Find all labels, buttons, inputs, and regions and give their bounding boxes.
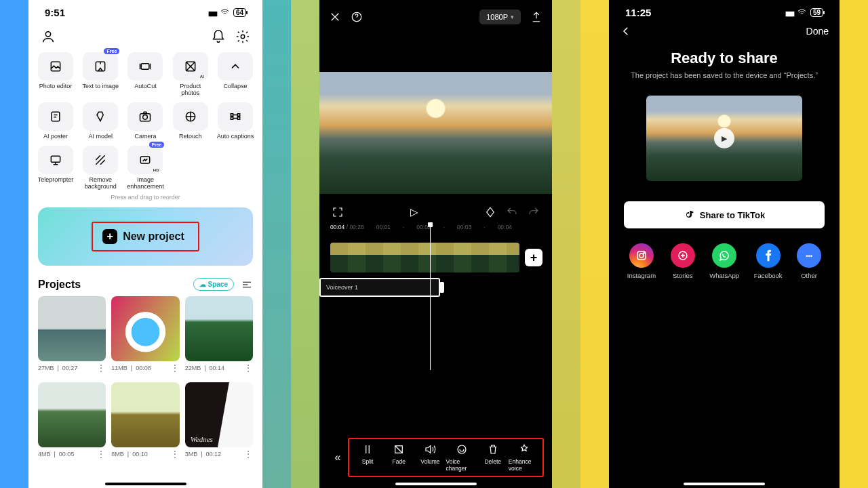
tool-photo-editor[interactable]: Photo editor: [35, 52, 76, 97]
share-tiktok-button[interactable]: Share to TikTok: [624, 201, 825, 228]
svg-point-8: [143, 115, 148, 119]
cell-signal-icon: [208, 8, 216, 18]
share-whatsapp[interactable]: WhatsApp: [709, 243, 739, 279]
svg-point-16: [639, 253, 644, 258]
play-icon[interactable]: ▶: [714, 128, 734, 148]
close-icon[interactable]: [329, 11, 341, 23]
project-item[interactable]: 8MB|00:10⋮: [111, 382, 179, 463]
project-item[interactable]: 3MB|00:12⋮: [185, 382, 253, 463]
space-button[interactable]: ☁Space: [193, 278, 234, 291]
more-icon[interactable]: ⋮: [170, 367, 180, 371]
tool-image-enhancement[interactable]: FreeHDImage enhancement: [125, 146, 165, 190]
profile-icon[interactable]: [41, 29, 56, 44]
home-indicator: [395, 483, 477, 485]
free-badge: Free: [149, 142, 165, 148]
more-icon[interactable]: ⋮: [170, 453, 180, 457]
battery-icon: 64: [233, 8, 246, 17]
home-indicator: [105, 483, 186, 485]
share-other[interactable]: •••Other: [797, 243, 821, 279]
page-subtitle: The project has been saved to the device…: [609, 71, 840, 79]
keyframe-icon[interactable]: [484, 206, 496, 218]
svg-point-0: [45, 32, 50, 37]
undo-icon[interactable]: [506, 206, 518, 218]
svg-rect-4: [142, 64, 150, 69]
projects-title: Projects: [38, 279, 81, 291]
tool-text-to-image[interactable]: FreeText to image: [80, 52, 121, 97]
new-project-button[interactable]: + New project: [92, 222, 199, 251]
project-item[interactable]: 11MB|00:08⋮: [111, 296, 179, 377]
plus-icon: +: [102, 229, 117, 244]
more-icon[interactable]: ⋮: [243, 367, 253, 371]
svg-rect-10: [51, 156, 60, 162]
tool-autocut[interactable]: AutoCut: [125, 52, 165, 97]
notifications-icon[interactable]: [211, 29, 226, 44]
tool-remove-background[interactable]: Remove background: [80, 146, 121, 190]
tool-ai-poster[interactable]: AI poster: [35, 102, 76, 140]
share-stories[interactable]: Stories: [671, 243, 695, 279]
voiceover-clip[interactable]: Voiceover 1: [319, 278, 440, 297]
cell-signal-icon: [785, 8, 793, 18]
video-preview[interactable]: [319, 72, 552, 194]
exported-video[interactable]: ▶: [646, 96, 802, 181]
page-title: Ready to share: [609, 49, 840, 67]
timeline[interactable]: + Voiceover 1: [319, 235, 552, 370]
clock: 9:51: [45, 7, 65, 18]
tool-ai-model[interactable]: AI model: [80, 102, 121, 140]
tool-fade[interactable]: Fade: [383, 443, 414, 472]
home-indicator: [684, 483, 765, 485]
resolution-chip[interactable]: 1080P: [479, 9, 521, 24]
phone-editor: 1080P ▷ 00:04 / 00:28 00:01· 00:02· 00:0…: [319, 0, 552, 488]
free-badge: Free: [104, 48, 119, 54]
help-icon[interactable]: [351, 11, 363, 23]
svg-point-17: [644, 253, 645, 254]
tool-product-photos[interactable]: AIProduct photos: [170, 52, 211, 97]
battery-icon: 59: [810, 8, 823, 17]
redo-icon[interactable]: [528, 206, 540, 218]
project-item[interactable]: 27MB|00:27⋮: [38, 296, 106, 377]
back-icon[interactable]: [620, 25, 632, 37]
tool-retouch[interactable]: Retouch: [170, 102, 211, 140]
export-icon[interactable]: [530, 11, 542, 23]
more-icon[interactable]: ⋮: [96, 453, 106, 457]
video-track[interactable]: [330, 243, 519, 272]
fullscreen-icon[interactable]: [332, 206, 344, 218]
cloud-icon: ☁: [199, 281, 206, 288]
phone-share: 11:25 59 Done Ready to share The project…: [609, 0, 840, 488]
svg-rect-6: [52, 112, 60, 121]
svg-point-1: [241, 35, 245, 39]
sort-icon[interactable]: [241, 279, 253, 291]
new-project-card[interactable]: + New project: [38, 207, 253, 266]
share-facebook[interactable]: Facebook: [754, 243, 783, 279]
svg-point-14: [458, 445, 466, 453]
tool-camera[interactable]: Camera: [125, 102, 165, 140]
tool-collapse[interactable]: Collapse: [215, 52, 256, 97]
status-bar: 11:25 59: [609, 0, 840, 18]
tool-split[interactable]: Split: [352, 443, 383, 472]
more-icon[interactable]: ⋮: [96, 367, 106, 371]
playhead[interactable]: [430, 224, 431, 370]
tool-voice-changer[interactable]: Voice changer: [446, 443, 477, 472]
clock: 11:25: [625, 7, 651, 18]
time-ruler: 00:04 / 00:28 00:01· 00:02· 00:03· 00:04: [319, 224, 552, 230]
tool-auto-captions[interactable]: Auto captions: [215, 102, 256, 140]
tool-delete[interactable]: Delete: [477, 443, 509, 472]
more-icon[interactable]: ⋮: [243, 453, 253, 457]
project-item[interactable]: 22MB|00:14⋮: [185, 296, 253, 377]
tool-enhance-voice[interactable]: Enhance voice: [509, 443, 540, 472]
done-button[interactable]: Done: [806, 26, 829, 37]
play-button[interactable]: ▷: [410, 206, 418, 218]
settings-icon[interactable]: [235, 29, 250, 44]
status-bar: 9:51 64: [28, 0, 262, 18]
tool-teleprompter[interactable]: Teleprompter: [35, 146, 76, 190]
wifi-icon: [797, 7, 807, 18]
clip-handle[interactable]: [439, 282, 444, 293]
tiktok-icon: [684, 209, 694, 220]
back-button[interactable]: «: [328, 438, 348, 477]
share-instagram[interactable]: Instagram: [627, 243, 656, 279]
project-item[interactable]: 4MB|00:05⋮: [38, 382, 106, 463]
tool-volume[interactable]: Volume: [414, 443, 446, 472]
svg-rect-2: [51, 62, 60, 70]
phone-home: 9:51 64 Photo editor FreeText to image A…: [28, 0, 262, 488]
edit-toolbar: Split Fade Volume Voice changer Delete E…: [348, 438, 544, 477]
add-clip-button[interactable]: +: [525, 249, 542, 266]
